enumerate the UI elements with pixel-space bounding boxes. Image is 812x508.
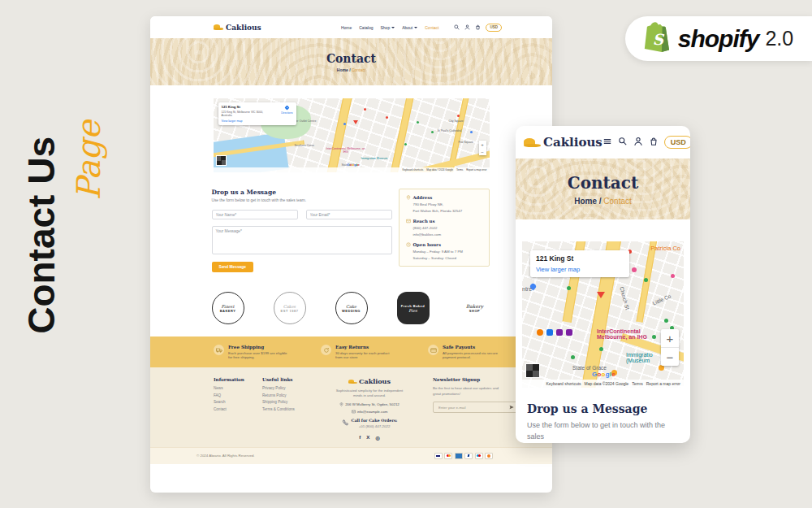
map-label: St Paul's Cathedral (438, 129, 462, 132)
payment-icons (434, 453, 494, 459)
breadcrumb: Home / Contact (574, 197, 632, 206)
google-map[interactable]: Patricia Co ntre Church St Little Co Int… (522, 241, 684, 388)
footer-brand-column: Caklious Sophisticated simplicity for th… (313, 377, 426, 441)
returns-icon (321, 345, 331, 355)
footer-link-terms[interactable]: Terms & Conditions (262, 407, 313, 411)
account-icon[interactable] (464, 24, 470, 30)
desktop-header: Caklious Home Catalog Shop About Contact… (150, 16, 552, 38)
footer-link-privacy[interactable]: Privacy Policy (262, 386, 313, 390)
footer-brand-name: Caklious (359, 377, 391, 385)
footer-bottom-bar: © 2024 Alwario. All Rights Reserved. (150, 447, 552, 464)
breadcrumb-current: Contact (603, 197, 631, 206)
page-banner: Contact Home / Contact (516, 158, 690, 219)
brand-logo-badge: FinestBAKERY (212, 292, 244, 324)
newsletter-email-input[interactable] (437, 405, 509, 410)
currency-selector[interactable]: USD (486, 24, 502, 32)
nav-catalog[interactable]: Catalog (359, 25, 373, 30)
breadcrumb-current: Contact (352, 67, 365, 72)
zoom-in-button[interactable]: + (481, 141, 484, 148)
google-logo: Google (348, 163, 360, 167)
facebook-icon[interactable]: f (359, 435, 361, 441)
footer-phone[interactable]: +01 (800) 447-2022 (352, 424, 398, 428)
search-icon[interactable] (618, 135, 628, 150)
map-label: ntre (522, 286, 532, 292)
mobile-header: Caklious USD (516, 126, 690, 158)
page-banner: Contact Home / Contact (150, 38, 552, 85)
cart-icon[interactable] (649, 135, 659, 150)
page-title: Contact (326, 52, 376, 65)
breadcrumb-home[interactable]: Home (574, 197, 597, 206)
chevron-down-icon (414, 27, 417, 28)
footer-email[interactable]: info@example.com (313, 410, 426, 414)
payment-icon-mastercard (444, 453, 452, 459)
zoom-out-button[interactable]: − (481, 148, 484, 155)
send-message-button[interactable]: Send Message (212, 262, 253, 272)
payment-icon-maestro (475, 453, 483, 459)
footer-link-news[interactable]: News (214, 386, 262, 390)
map-info-title: 121 King St (222, 105, 263, 109)
newsletter-signup (433, 402, 518, 413)
brand-name: Caklious (543, 135, 603, 150)
map-label: Immigration Museum (361, 157, 388, 160)
clock-icon (406, 242, 411, 247)
newsletter-send-icon[interactable] (509, 405, 514, 410)
truck-icon (214, 345, 224, 355)
currency-selector[interactable]: USD (664, 136, 690, 149)
view-larger-map-link[interactable]: View larger map (536, 266, 624, 273)
page-vertical-subtitle: Page (70, 120, 107, 200)
google-map[interactable]: Marvel Stadium Spencer Outlet Centre Sou… (214, 98, 490, 172)
footer-address: 206 W Mulberry St, Ogden, 50212 (313, 402, 426, 406)
footer-link-search[interactable]: Search (214, 400, 262, 404)
shopify-version: 2.0 (765, 27, 793, 50)
info-reach-us: Reach us (800) 447-2022 info@baklios.com (406, 219, 482, 237)
envelope-icon (352, 410, 356, 414)
map-label: Fed Square (459, 141, 473, 144)
footer-information-column: Information News FAQ Search Contact (214, 377, 262, 441)
location-pin-icon (339, 402, 343, 406)
brand-logo-badge: CakesEST 1987 (274, 292, 306, 324)
instagram-icon[interactable]: ◎ (375, 435, 379, 441)
footer-link-contact[interactable]: Contact (214, 407, 262, 411)
directions-link[interactable]: Directions (281, 105, 292, 117)
cart-icon[interactable] (475, 24, 481, 30)
brand-logo[interactable]: Caklious (524, 135, 603, 150)
breadcrumb-home[interactable]: Home (337, 67, 348, 72)
footer-link-shipping[interactable]: Shipping Policy (262, 400, 313, 404)
name-field[interactable] (212, 210, 298, 219)
map-label: City Square (449, 119, 464, 123)
map-marker-pin[interactable] (353, 124, 358, 128)
nav-about[interactable]: About (402, 25, 417, 30)
view-larger-map-link[interactable]: View larger map (222, 119, 293, 123)
x-icon[interactable]: X (366, 435, 369, 441)
map-info-title: 121 King St (536, 254, 624, 263)
form-title: Drop us a Message (212, 189, 392, 196)
form-title: Drop us a Message (527, 402, 679, 415)
nav-contact[interactable]: Contact (425, 25, 438, 30)
search-icon[interactable] (454, 24, 460, 30)
map-marker-pin[interactable] (597, 298, 605, 304)
nav-shop[interactable]: Shop (380, 25, 395, 30)
message-field[interactable] (212, 226, 392, 254)
map-label: InterContinental Melbourne, an IHG (326, 147, 366, 154)
street-view-thumbnail[interactable] (216, 155, 227, 166)
info-open-hours: Open hours Monday – Friday: 9 AM to 7 PM… (406, 242, 482, 260)
street-view-thumbnail[interactable] (525, 363, 540, 378)
account-icon[interactable] (633, 135, 643, 150)
form-subtitle: Use the form below to get in touch with … (212, 198, 392, 202)
map-label: InterContinentalMelbourne, an IHG (597, 328, 647, 340)
footer-link-faq[interactable]: FAQ (214, 393, 262, 397)
shopify-2-badge: S shopify 2.0 (625, 16, 812, 61)
phone-icon (342, 419, 349, 427)
email-field[interactable] (306, 210, 392, 219)
mobile-contact-intro: Drop us a Message Use the form below to … (516, 394, 690, 443)
footer-call: Call for Cake Orders: +01 (800) 447-2022 (313, 418, 426, 428)
footer-useful-links-column: Useful links Privacy Policy Returns Poli… (262, 377, 313, 441)
footer-link-returns[interactable]: Returns Policy (262, 393, 313, 397)
menu-icon[interactable] (603, 135, 612, 150)
zoom-out-button[interactable]: − (661, 348, 679, 366)
nav-home[interactable]: Home (341, 25, 352, 30)
map-attribution: Keyboard shortcuts Map data ©2024 Google… (522, 380, 684, 388)
page-vertical-title: Contact Us (19, 137, 63, 334)
zoom-in-button[interactable]: + (661, 329, 679, 348)
brand-logo[interactable]: Caklious (214, 24, 261, 32)
